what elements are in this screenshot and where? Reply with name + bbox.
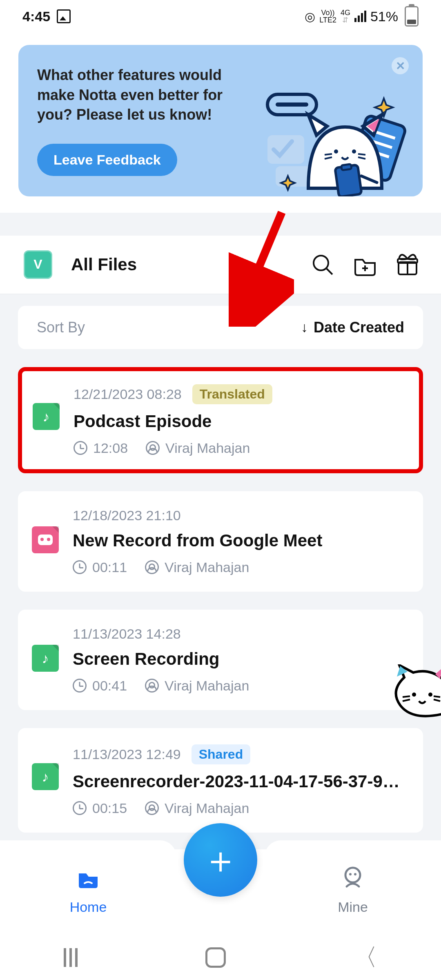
user-icon xyxy=(145,801,159,815)
add-button[interactable]: ＋ xyxy=(184,823,257,897)
android-back-button[interactable]: 〈 xyxy=(354,942,377,973)
nav-mine[interactable]: Mine xyxy=(265,852,441,929)
file-date: 11/13/2023 12:49 xyxy=(73,746,181,762)
profile-icon xyxy=(341,866,365,895)
file-duration: 00:15 xyxy=(92,800,127,816)
translated-tag: Translated xyxy=(192,384,272,404)
bottom-nav-shell: Home Mine ＋ 〈 xyxy=(0,841,441,980)
svg-point-18 xyxy=(314,256,328,270)
avatar[interactable]: V xyxy=(24,250,52,279)
android-recents-button[interactable] xyxy=(64,948,78,967)
signal-icon xyxy=(354,11,366,22)
network-primary: Vo)) xyxy=(319,9,336,16)
data-icon: 4G ⇵ xyxy=(341,9,350,24)
clock-icon xyxy=(73,679,87,693)
banner-cat-illustration xyxy=(259,90,414,196)
android-nav-bar: 〈 xyxy=(0,935,441,980)
audio-file-icon: ♪ xyxy=(33,403,60,430)
shared-tag: Shared xyxy=(192,744,250,764)
svg-line-29 xyxy=(434,696,440,697)
network-icon: Vo)) LTE2 xyxy=(319,9,336,24)
svg-point-35 xyxy=(354,873,356,875)
user-icon xyxy=(145,679,159,693)
banner-close-button[interactable]: ✕ xyxy=(392,57,409,74)
file-duration: 00:41 xyxy=(92,678,127,694)
svg-point-10 xyxy=(352,149,356,154)
banner-title: What other features would make Notta eve… xyxy=(37,65,249,125)
audio-file-icon: ♪ xyxy=(32,763,59,790)
nav-home[interactable]: Home xyxy=(0,852,176,929)
file-title: New Record from Google Meet xyxy=(73,531,411,550)
file-author: Viraj Mahajan xyxy=(165,800,249,816)
arrows-icon: ⇵ xyxy=(341,16,350,24)
battery-icon xyxy=(405,6,419,27)
audio-file-icon: ♪ xyxy=(32,645,59,672)
arrow-down-icon: ↓ xyxy=(301,319,308,335)
file-card[interactable]: 12/18/2023 21:10 New Record from Google … xyxy=(18,491,423,592)
android-home-button[interactable] xyxy=(205,947,226,968)
file-author: Viraj Mahajan xyxy=(165,440,250,456)
status-bar: 4:45 ◎ Vo)) LTE2 4G ⇵ 51% xyxy=(0,0,441,33)
user-icon xyxy=(146,441,160,455)
new-folder-button[interactable] xyxy=(352,252,378,278)
sort-label: Sort By xyxy=(37,319,85,336)
svg-point-9 xyxy=(334,149,338,154)
file-card[interactable]: ♪ 12/21/2023 08:28 Translated Podcast Ep… xyxy=(18,367,423,473)
svg-point-26 xyxy=(428,693,432,697)
network-4g: 4G xyxy=(341,9,350,16)
svg-line-27 xyxy=(403,696,410,697)
file-author: Viraj Mahajan xyxy=(165,559,249,575)
nav-mine-label: Mine xyxy=(338,899,368,915)
nav-home-label: Home xyxy=(70,899,107,915)
file-title: Podcast Episode xyxy=(74,412,410,431)
file-date: 11/13/2023 14:28 xyxy=(73,626,181,642)
section-divider xyxy=(0,213,441,236)
header: V All Files xyxy=(0,236,441,294)
clock-icon xyxy=(73,801,87,815)
file-date: 12/21/2023 08:28 xyxy=(74,386,182,402)
status-bar-right: ◎ Vo)) LTE2 4G ⇵ 51% xyxy=(305,6,419,27)
svg-line-13 xyxy=(358,154,365,155)
clock-icon xyxy=(73,560,87,574)
file-duration: 00:11 xyxy=(92,559,127,575)
file-card[interactable]: ♪ 11/13/2023 12:49 Shared Screenrecorder… xyxy=(18,728,423,833)
search-button[interactable] xyxy=(310,252,336,278)
file-date: 12/18/2023 21:10 xyxy=(73,508,181,523)
mascot-floating-button[interactable] xyxy=(388,664,441,717)
file-duration: 12:08 xyxy=(93,440,128,456)
battery-percent: 51% xyxy=(370,9,398,24)
file-title: Screenrecorder-2023-11-04-17-56-37-9… xyxy=(73,772,411,791)
svg-point-34 xyxy=(349,873,352,875)
gallery-status-icon xyxy=(57,9,71,23)
sort-value[interactable]: ↓ Date Created xyxy=(301,319,404,336)
svg-line-11 xyxy=(325,154,332,155)
hotspot-icon: ◎ xyxy=(305,9,315,24)
network-secondary: LTE2 xyxy=(319,16,336,24)
page-title[interactable]: All Files xyxy=(71,255,293,274)
feedback-banner: What other features would make Notta eve… xyxy=(18,45,423,196)
plus-icon: ＋ xyxy=(202,842,239,878)
status-bar-left: 4:45 xyxy=(22,9,71,24)
svg-line-19 xyxy=(327,269,332,274)
leave-feedback-button[interactable]: Leave Feedback xyxy=(37,144,177,176)
svg-rect-16 xyxy=(341,164,352,170)
file-author: Viraj Mahajan xyxy=(165,678,249,694)
file-card[interactable]: ♪ 11/13/2023 14:28 Screen Recording 00:4… xyxy=(18,610,423,710)
meet-file-icon xyxy=(32,526,59,553)
sort-value-text: Date Created xyxy=(314,319,404,336)
status-time: 4:45 xyxy=(22,9,50,24)
svg-point-33 xyxy=(345,868,360,882)
gift-button[interactable] xyxy=(394,252,421,278)
file-title: Screen Recording xyxy=(73,649,411,669)
clock-icon xyxy=(74,441,87,455)
user-icon xyxy=(145,560,159,574)
home-folder-icon xyxy=(76,866,100,895)
sort-bar[interactable]: Sort By ↓ Date Created xyxy=(18,306,423,349)
svg-point-25 xyxy=(412,693,416,697)
